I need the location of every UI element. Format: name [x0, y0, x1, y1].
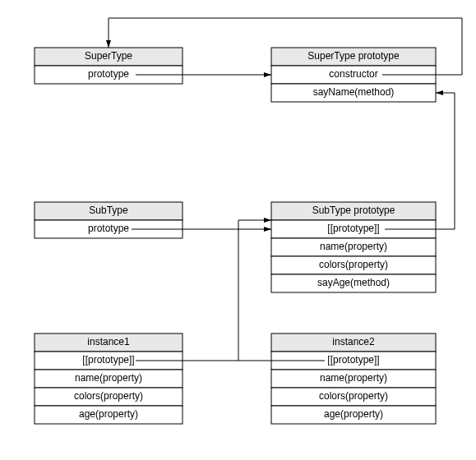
- instance1-box: instance1 [[prototype]] name(property) c…: [35, 334, 183, 424]
- instance1-row-0: [[prototype]]: [82, 354, 134, 366]
- instance2-row-0: [[prototype]]: [327, 354, 379, 366]
- instance1-row-2: colors(property): [74, 390, 143, 402]
- subtype-proto-row-0: [[prototype]]: [327, 223, 379, 234]
- instance2-row-3: age(property): [324, 408, 383, 420]
- instance2-header: instance2: [332, 336, 375, 347]
- subtype-proto-box: SubType prototype [[prototype]] name(pro…: [271, 202, 436, 292]
- subtype-header: SubType: [89, 205, 128, 216]
- supertype-proto-row-1: sayName(method): [313, 86, 395, 98]
- subtype-proto-row-2: colors(property): [319, 259, 388, 270]
- instance2-box: instance2 [[prototype]] name(property) c…: [271, 334, 436, 424]
- instance1-row-3: age(property): [79, 408, 138, 420]
- instance1-row-1: name(property): [75, 372, 142, 384]
- subtype-box: SubType prototype: [35, 202, 183, 238]
- supertype-proto-row-0: constructor: [329, 68, 377, 80]
- supertype-box: SuperType prototype: [35, 48, 183, 84]
- supertype-header: SuperType: [85, 50, 132, 62]
- subtype-row-0: prototype: [88, 223, 129, 234]
- supertype-proto-header: SuperType prototype: [307, 50, 400, 62]
- subtype-proto-row-1: name(property): [320, 241, 387, 252]
- instance2-row-1: name(property): [320, 372, 387, 384]
- instance1-header: instance1: [87, 336, 130, 347]
- subtype-proto-row-3: sayAge(method): [317, 277, 390, 288]
- instance2-row-2: colors(property): [319, 390, 388, 402]
- supertype-row-0: prototype: [88, 68, 129, 80]
- subtype-proto-header: SubType prototype: [312, 205, 395, 216]
